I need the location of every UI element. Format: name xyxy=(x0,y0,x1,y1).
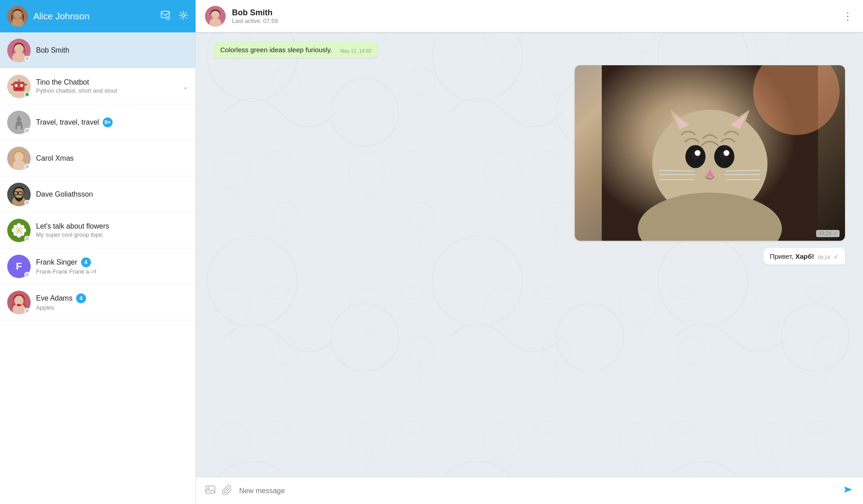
contact-info: Dave Goliathsson xyxy=(36,190,188,198)
contact-list: Bob Smith xyxy=(0,32,195,504)
contact-name: Let's talk about flowers xyxy=(36,222,188,230)
contact-avatar-wrap xyxy=(7,75,31,98)
svg-rect-13 xyxy=(15,88,23,90)
contact-item-carol-xmas[interactable]: Carol Xmas xyxy=(0,140,195,176)
chat-input-bar xyxy=(196,477,863,504)
compose-icon[interactable] xyxy=(160,10,170,22)
svg-rect-16 xyxy=(24,84,27,86)
contact-item-eve-adams[interactable]: Eve Adams 4 Apples xyxy=(0,284,195,320)
contact-item-dave-goliathsson[interactable]: Dave Goliathsson xyxy=(0,176,195,212)
message-item: Привет, Харб! 09:24 ✓ xyxy=(763,248,845,265)
contact-subtitle: Apples xyxy=(36,304,188,311)
status-dot xyxy=(24,128,30,133)
message-content-row: Привет, Харб! 09:24 ✓ xyxy=(770,252,839,260)
chat-contact-status: Last active: 07:59 xyxy=(232,18,842,24)
svg-rect-19 xyxy=(17,120,21,122)
send-button[interactable] xyxy=(842,484,854,498)
message-time: May 11, 14:55 xyxy=(340,48,372,54)
contact-subtitle: Frank Frank Frank a->f xyxy=(36,268,188,275)
message-input[interactable] xyxy=(239,487,836,495)
contact-name: Travel, travel, travel 9+ xyxy=(36,117,188,127)
contact-name: Bob Smith xyxy=(36,46,188,54)
contact-item-frank-singer[interactable]: F Frank Singer 4 Frank Frank Frank a->f xyxy=(0,248,195,284)
chat-messages: Colorless green ideas sleep furiously. M… xyxy=(196,32,863,477)
contact-avatar-wrap: F xyxy=(7,255,31,278)
contact-info: Eve Adams 4 Apples xyxy=(36,293,188,311)
message-item-image: 09:24 ✓ xyxy=(575,65,845,241)
status-dot xyxy=(24,308,30,313)
contact-info: Frank Singer 4 Frank Frank Frank a->f xyxy=(36,257,188,275)
svg-rect-15 xyxy=(11,84,14,86)
svg-point-12 xyxy=(20,84,23,87)
status-dot xyxy=(24,272,30,277)
contact-info: Let's talk about flowers My super cool g… xyxy=(36,222,188,238)
message-text: Colorless green ideas sleep furiously. xyxy=(220,46,332,54)
tick-icon: ✓ xyxy=(833,230,838,237)
contact-name: Eve Adams 4 xyxy=(36,293,188,303)
contact-name: Carol Xmas xyxy=(36,154,188,162)
contact-subtitle: Python chatbot, short and stout xyxy=(36,87,188,94)
status-dot xyxy=(24,164,30,169)
sidebar: Alice Johnson xyxy=(0,0,196,504)
svg-marker-20 xyxy=(15,122,23,126)
contact-name: Frank Singer 4 xyxy=(36,257,188,267)
more-options-button[interactable]: ⋮ xyxy=(842,10,854,22)
svg-point-43 xyxy=(17,229,21,232)
svg-point-40 xyxy=(14,232,17,236)
svg-point-39 xyxy=(21,225,24,229)
svg-rect-21 xyxy=(15,126,17,130)
chat-contact-name: Bob Smith xyxy=(232,8,842,18)
status-dot xyxy=(24,200,30,205)
contact-name: Dave Goliathsson xyxy=(36,190,188,198)
settings-icon[interactable] xyxy=(178,10,188,22)
svg-point-34 xyxy=(17,223,21,228)
current-user-name: Alice Johnson xyxy=(33,11,155,22)
status-dot xyxy=(24,92,30,97)
contact-item-flowers[interactable]: Let's talk about flowers My super cool g… xyxy=(0,212,195,248)
svg-rect-14 xyxy=(18,79,20,82)
unread-badge: 4 xyxy=(76,293,86,303)
status-dot xyxy=(24,236,30,241)
contact-avatar-wrap xyxy=(7,147,31,170)
contact-info: Tino the Chatbot Python chatbot, short a… xyxy=(36,78,188,94)
svg-point-11 xyxy=(15,84,18,87)
svg-point-41 xyxy=(21,232,24,236)
file-attach-icon[interactable] xyxy=(222,484,233,498)
contact-item-travel[interactable]: Travel, travel, travel 9+ xyxy=(0,104,195,140)
sidebar-header-actions xyxy=(160,10,188,22)
message-text: Привет, Харб! xyxy=(770,252,814,260)
tick-icon: ✓ xyxy=(834,253,839,260)
contact-item-bob-smith[interactable]: Bob Smith xyxy=(0,32,195,68)
contact-avatar-wrap xyxy=(7,39,31,62)
svg-point-35 xyxy=(17,233,21,238)
svg-point-37 xyxy=(22,228,26,233)
svg-point-47 xyxy=(17,304,21,306)
status-dot xyxy=(24,56,30,61)
contact-info: Carol Xmas xyxy=(36,154,188,162)
chat-header: Bob Smith Last active: 07:59 ⋮ xyxy=(196,0,863,32)
message-content-row: Colorless green ideas sleep furiously. M… xyxy=(220,46,372,54)
image-attach-icon[interactable] xyxy=(205,484,216,498)
contact-info: Travel, travel, travel 9+ xyxy=(36,117,188,127)
sidebar-header: Alice Johnson xyxy=(0,0,195,32)
svg-point-5 xyxy=(182,14,185,17)
contact-avatar-wrap xyxy=(7,111,31,134)
unread-badge: 4 xyxy=(81,257,91,267)
svg-point-36 xyxy=(12,228,16,233)
contact-avatar-wrap xyxy=(7,183,31,206)
chat-header-info: Bob Smith Last active: 07:59 xyxy=(232,8,842,24)
svg-point-65 xyxy=(695,150,700,156)
unread-badge: 9+ xyxy=(103,117,113,127)
contact-avatar-wrap xyxy=(7,219,31,242)
contact-name: Tino the Chatbot xyxy=(36,78,188,86)
message-item: Colorless green ideas sleep furiously. M… xyxy=(214,41,378,58)
current-user-avatar xyxy=(7,6,28,27)
svg-point-38 xyxy=(14,225,17,229)
contact-subtitle: My super cool group topic xyxy=(36,231,188,238)
contact-item-tino-chatbot[interactable]: Tino the Chatbot Python chatbot, short a… xyxy=(0,68,195,104)
svg-point-66 xyxy=(723,150,729,156)
message-time: 09:24 ✓ xyxy=(816,230,840,237)
chevron-down-icon: ⌄ xyxy=(182,82,188,90)
chat-area: Bob Smith Last active: 07:59 ⋮ Colorless… xyxy=(196,0,863,504)
contact-avatar-wrap xyxy=(7,291,31,314)
